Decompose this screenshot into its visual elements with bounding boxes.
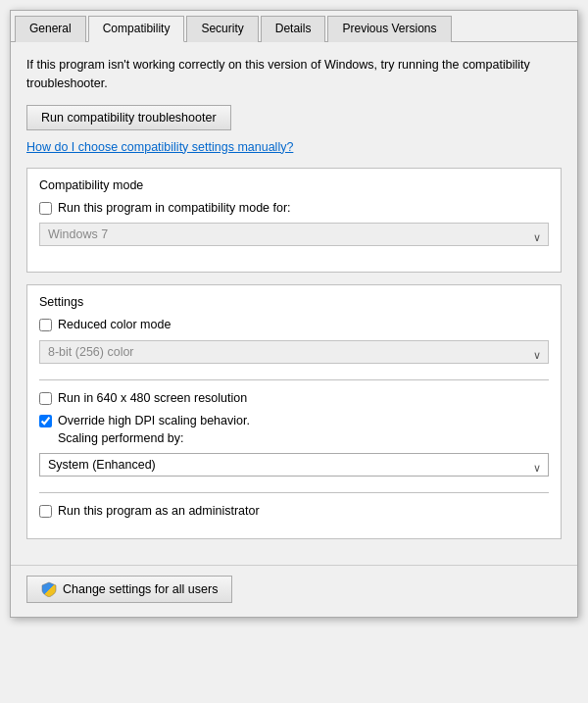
compatibility-mode-dropdown[interactable]: Windows 7 bbox=[39, 223, 549, 246]
divider-1 bbox=[39, 379, 549, 380]
dialog-window: General Compatibility Security Details P… bbox=[10, 10, 578, 618]
intro-text: If this program isn't working correctly … bbox=[26, 56, 562, 93]
run-640-label[interactable]: Run in 640 x 480 screen resolution bbox=[58, 390, 247, 408]
reduced-color-row: Reduced color mode bbox=[39, 317, 549, 334]
tab-security[interactable]: Security bbox=[186, 16, 258, 42]
scaling-dropdown[interactable]: System (Enhanced) System Application bbox=[39, 453, 549, 477]
override-dpi-checkbox[interactable] bbox=[39, 415, 52, 427]
color-dropdown[interactable]: 8-bit (256) color bbox=[39, 340, 549, 364]
compatibility-mode-checkbox-label[interactable]: Run this program in compatibility mode f… bbox=[58, 200, 291, 218]
help-link[interactable]: How do I choose compatibility settings m… bbox=[26, 140, 562, 154]
run-640-row: Run in 640 x 480 screen resolution bbox=[39, 390, 549, 408]
color-dropdown-wrapper: 8-bit (256) color bbox=[39, 340, 549, 370]
run-troubleshooter-button[interactable]: Run compatibility troubleshooter bbox=[26, 105, 231, 130]
tab-previous-versions[interactable]: Previous Versions bbox=[327, 16, 451, 42]
override-dpi-label[interactable]: Override high DPI scaling behavior.Scali… bbox=[58, 413, 250, 447]
tab-compatibility[interactable]: Compatibility bbox=[88, 16, 185, 42]
tab-general[interactable]: General bbox=[15, 16, 86, 42]
change-settings-button[interactable]: Change settings for all users bbox=[26, 576, 232, 603]
scaling-dropdown-wrapper: System (Enhanced) System Application bbox=[39, 453, 549, 482]
divider-2 bbox=[39, 492, 549, 493]
compatibility-mode-label: Compatibility mode bbox=[39, 178, 549, 192]
settings-label: Settings bbox=[39, 295, 549, 309]
run-admin-checkbox[interactable] bbox=[39, 505, 52, 518]
compatibility-mode-row: Run this program in compatibility mode f… bbox=[39, 200, 549, 218]
bottom-bar: Change settings for all users bbox=[11, 565, 577, 617]
shield-icon bbox=[41, 581, 57, 597]
compatibility-mode-dropdown-wrapper: Windows 7 bbox=[39, 223, 549, 252]
tab-content: If this program isn't working correctly … bbox=[11, 42, 577, 565]
compatibility-mode-checkbox[interactable] bbox=[39, 202, 52, 215]
run-admin-row: Run this program as an administrator bbox=[39, 503, 549, 521]
change-settings-label: Change settings for all users bbox=[63, 582, 218, 596]
tab-bar: General Compatibility Security Details P… bbox=[11, 11, 577, 42]
reduced-color-checkbox[interactable] bbox=[39, 319, 52, 331]
tab-details[interactable]: Details bbox=[261, 16, 326, 42]
run-640-checkbox[interactable] bbox=[39, 392, 52, 405]
compatibility-mode-section: Compatibility mode Run this program in c… bbox=[26, 168, 562, 274]
settings-section: Settings Reduced color mode 8-bit (256) … bbox=[26, 284, 562, 539]
override-dpi-row: Override high DPI scaling behavior.Scali… bbox=[39, 413, 549, 447]
reduced-color-label[interactable]: Reduced color mode bbox=[58, 317, 171, 334]
run-admin-label[interactable]: Run this program as an administrator bbox=[58, 503, 260, 521]
